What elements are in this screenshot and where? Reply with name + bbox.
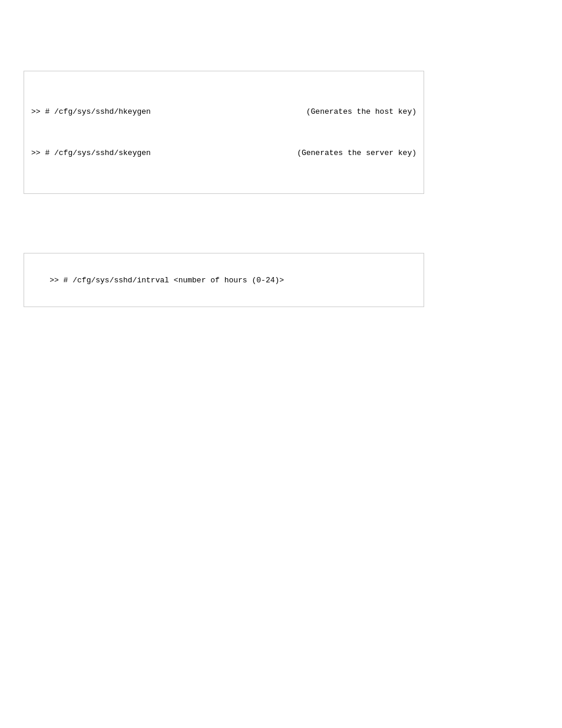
intrval-command: >> # /cfg/sys/sshd/intrval <number of ho…: [49, 276, 284, 285]
code-line-hkeygen: >> # /cfg/sys/sshd/hkeygen (Generates th…: [31, 105, 416, 118]
code-block-keygen: >> # /cfg/sys/sshd/hkeygen (Generates th…: [24, 71, 424, 194]
code-block-intrval: >> # /cfg/sys/sshd/intrval <number of ho…: [24, 253, 424, 307]
hkeygen-comment: (Generates the host key): [283, 105, 416, 118]
page-container: >> # /cfg/sys/sshd/hkeygen (Generates th…: [0, 0, 562, 728]
skeygen-comment: (Generates the server key): [273, 146, 416, 160]
hkeygen-command: >> # /cfg/sys/sshd/hkeygen: [31, 105, 151, 118]
code-line-skeygen: >> # /cfg/sys/sshd/skeygen (Generates th…: [31, 146, 416, 160]
skeygen-command: >> # /cfg/sys/sshd/skeygen: [31, 146, 151, 160]
